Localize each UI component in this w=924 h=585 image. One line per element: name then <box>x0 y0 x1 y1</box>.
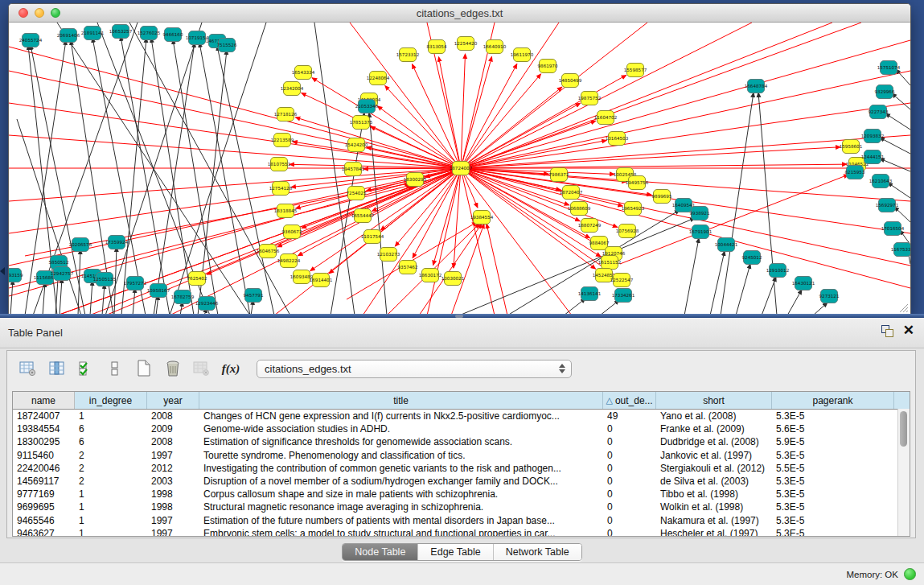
teal-node[interactable]: 20206576 <box>69 238 92 252</box>
teal-node[interactable]: 11675331 <box>891 243 910 257</box>
teal-node[interactable]: 15276025 <box>138 27 161 40</box>
column-header-title[interactable]: title <box>199 392 603 409</box>
tab-edge-table[interactable]: Edge Table <box>418 544 493 560</box>
teal-node[interactable]: 16782759 <box>171 290 195 304</box>
teal-node[interactable]: 9245012 <box>742 251 762 265</box>
yellow-node[interactable]: 12718126 <box>274 108 298 122</box>
teal-node[interactable]: 9273121 <box>819 290 840 303</box>
teal-node[interactable]: 8215953 <box>845 166 865 179</box>
yellow-node[interactable]: 16046756 <box>257 245 280 258</box>
tab-node-table[interactable]: Node Table <box>343 544 418 560</box>
yellow-node[interactable]: 12103273 <box>377 248 400 262</box>
new-table-icon[interactable] <box>131 356 157 381</box>
yellow-node[interactable]: 16640910 <box>483 40 507 54</box>
yellow-node[interactable]: 15723312 <box>396 48 419 62</box>
column-header-name[interactable]: name <box>13 392 75 409</box>
show-columns-icon[interactable] <box>44 356 70 381</box>
table-row[interactable]: 1830029562008Estimation of significance … <box>13 435 910 448</box>
table-mode-icon[interactable] <box>15 356 41 381</box>
yellow-node[interactable]: 9899695 <box>652 190 672 204</box>
window-titlebar[interactable]: citations_edges.txt <box>9 4 910 23</box>
yellow-node[interactable]: 19495756 <box>626 176 649 190</box>
teal-node[interactable]: 17957272 <box>124 277 146 290</box>
yellow-node[interactable]: 14982224 <box>277 254 301 268</box>
yellow-node[interactable]: 11017544 <box>361 230 384 244</box>
delete-column-icon[interactable] <box>160 356 186 381</box>
teal-node[interactable]: 17016504 <box>881 222 905 236</box>
table-row[interactable]: 2242004622012Investigating the contribut… <box>13 462 910 475</box>
teal-node[interactable]: 21891141 <box>81 27 105 40</box>
teal-node[interactable]: 12910012 <box>766 264 789 278</box>
yellow-node[interactable]: 16914401 <box>310 274 333 287</box>
yellow-node[interactable]: 7986372 <box>549 168 569 182</box>
yellow-node[interactable]: 15598577 <box>624 64 647 77</box>
teal-node[interactable]: 9457791 <box>244 289 264 303</box>
yellow-node[interactable]: 11604702 <box>594 111 617 125</box>
table-row[interactable]: 1872400712008Changes of HCN gene express… <box>13 410 910 422</box>
row-height-icon[interactable] <box>102 356 128 381</box>
column-header-short[interactable]: short <box>656 392 772 409</box>
table-row[interactable]: 911546021997Tourette syndrome. Phenomeno… <box>13 449 910 462</box>
yellow-node[interactable]: 18630172 <box>419 269 441 282</box>
yellow-node[interactable]: 12522547 <box>610 274 634 287</box>
table-row[interactable]: 1456911722003Disruption of a novel membe… <box>13 475 910 488</box>
table-scrollbar[interactable] <box>897 409 910 536</box>
yellow-node[interactable]: 19384554 <box>470 211 494 225</box>
teal-node[interactable]: 12942757 <box>51 267 74 281</box>
network-canvas[interactable]: 1654333412342004127181261221358918107551… <box>9 23 910 315</box>
table-row[interactable]: 977716911998Corpus callosum shape and si… <box>13 488 910 501</box>
yellow-node[interactable]: 13164503 <box>606 132 629 146</box>
column-header-out-de-[interactable]: △out_de... <box>603 392 656 409</box>
teal-node[interactable]: 21053346 <box>355 100 379 113</box>
select-columns-icon[interactable] <box>73 356 99 381</box>
teal-node[interactable]: 16791901 <box>689 225 713 239</box>
yellow-node[interactable]: 10756928 <box>616 225 639 238</box>
yellow-node[interactable]: 9360672 <box>282 225 302 239</box>
teal-node[interactable]: 9938921 <box>690 207 710 220</box>
yellow-node[interactable]: 18720407 <box>560 186 583 200</box>
yellow-node[interactable]: 12254420 <box>454 37 478 51</box>
yellow-node[interactable]: 13030021 <box>441 272 465 286</box>
teal-node[interactable]: 10958167 <box>147 284 170 298</box>
teal-node[interactable]: 7515526 <box>217 39 237 52</box>
yellow-node[interactable]: 9357462 <box>398 261 418 274</box>
teal-node[interactable]: 9329966 <box>875 85 895 99</box>
teal-node[interactable]: 20691406 <box>57 29 80 43</box>
scrollbar-thumb[interactable] <box>900 411 907 447</box>
teal-node[interactable]: 14136141 <box>578 287 602 301</box>
yellow-node[interactable]: 10688609 <box>568 202 591 216</box>
table-row[interactable]: 946554611997Estimation of the future num… <box>13 514 910 527</box>
yellow-node[interactable]: 12248064 <box>367 72 390 85</box>
table-row[interactable]: 946362711997Embryonic stem cells: a mode… <box>13 527 910 537</box>
yellow-node[interactable]: 17851375 <box>350 116 373 130</box>
teal-node[interactable]: 15751074 <box>877 61 901 75</box>
network-svg[interactable]: 1654333412342004127181261221358918107551… <box>9 23 910 315</box>
yellow-node[interactable]: 14850499 <box>559 74 582 88</box>
yellow-node[interactable]: 19654923 <box>622 202 645 216</box>
column-header-pagerank[interactable]: pagerank <box>772 392 894 409</box>
yellow-node[interactable]: 15958601 <box>840 140 863 154</box>
yellow-node[interactable]: 9861970 <box>538 60 558 73</box>
yellow-node[interactable]: 12213589 <box>271 134 294 147</box>
yellow-node[interactable]: 15424200 <box>345 138 368 152</box>
column-header-year[interactable]: year <box>147 392 199 409</box>
teal-node[interactable]: 17359924 <box>105 236 129 249</box>
teal-node[interactable]: 9393159 <box>9 269 23 282</box>
teal-node[interactable]: 17334261 <box>612 289 635 303</box>
teal-node[interactable]: 12923446 <box>195 297 219 311</box>
yellow-node[interactable]: 18318845 <box>274 204 298 218</box>
tab-network-table[interactable]: Network Table <box>494 544 581 560</box>
function-builder-icon[interactable]: f(x) <box>218 356 244 381</box>
yellow-node[interactable]: 8313054 <box>427 40 447 54</box>
table-row[interactable]: 969969511998Structural magnetic resonanc… <box>13 501 910 513</box>
teal-node[interactable]: 9466160 <box>163 28 183 42</box>
yellow-node[interactable]: 16151152 <box>598 256 621 270</box>
panel-collapse-arrow-icon[interactable] <box>0 267 5 275</box>
yellow-node[interactable]: 19611970 <box>511 48 534 62</box>
teal-node[interactable]: 12093832 <box>861 130 884 143</box>
yellow-node[interactable]: 18724007 <box>450 162 473 175</box>
yellow-node[interactable]: 18300295 <box>404 173 427 187</box>
teal-node[interactable]: 16648784 <box>745 80 768 93</box>
yellow-node[interactable]: 12342004 <box>281 82 304 96</box>
teal-node[interactable]: 9227343 <box>869 105 889 119</box>
